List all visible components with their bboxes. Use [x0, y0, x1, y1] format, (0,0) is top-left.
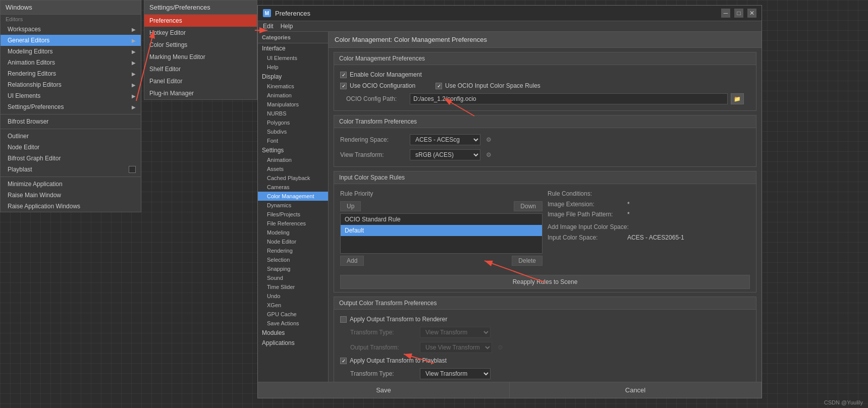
cat-assets[interactable]: Assets — [258, 164, 328, 173]
cat-selection[interactable]: Selection — [258, 255, 328, 264]
menu-item-ui-elements[interactable]: UI Elements ▶ — [1, 90, 141, 101]
save-button[interactable]: Save — [258, 382, 510, 398]
cat-node-editor[interactable]: Node Editor — [258, 237, 328, 246]
rule-priority-section: Rule Priority Up Down OCIO Standard Rule… — [334, 184, 756, 272]
title-left: M Preferences — [263, 9, 310, 17]
input-color-space-row: Input Color Space: ACES - ACES2065-1 — [548, 232, 750, 243]
cat-animation-s[interactable]: Animation — [258, 155, 328, 164]
ocio-path-row: OCIO Config Path: 📁 — [340, 91, 750, 106]
transform-type-select[interactable]: View Transform — [420, 327, 491, 338]
maximize-button[interactable]: □ — [734, 9, 743, 18]
apply-output-playblast-checkbox[interactable] — [340, 358, 347, 364]
cat-undo[interactable]: Undo — [258, 292, 328, 301]
cat-kinematics[interactable]: Kinematics — [258, 82, 328, 91]
cat-time-slider[interactable]: Time Slider — [258, 282, 328, 292]
delete-rule-button[interactable]: Delete — [512, 256, 542, 266]
settings-item-plugin-manager[interactable]: Plug-in Manager — [144, 87, 257, 99]
cat-dynamics[interactable]: Dynamics — [258, 201, 328, 210]
settings-panel: Settings/Preferences Preferences Hotkey … — [144, 0, 257, 100]
color-mgmt-section: Color Management Preferences Enable Colo… — [334, 52, 756, 111]
cat-modeling[interactable]: Modeling — [258, 228, 328, 237]
menu-item-animation-editors[interactable]: Animation Editors ▶ — [1, 57, 141, 68]
cat-gpu-cache[interactable]: GPU Cache — [258, 310, 328, 319]
cat-nurbs[interactable]: NURBS — [258, 109, 328, 118]
menu-item-general-editors[interactable]: General Editors ▶ — [1, 35, 141, 46]
rule-list-item-default[interactable]: Default — [341, 225, 542, 236]
cat-help[interactable]: Help — [258, 63, 328, 72]
menu-item-settings-preferences[interactable]: Settings/Preferences ▶ — [1, 101, 141, 112]
transform-type2-select[interactable]: View Transform — [420, 368, 491, 379]
settings-item-hotkey-editor[interactable]: Hotkey Editor — [144, 27, 257, 39]
menu-item-playblast[interactable]: Playblast — [1, 164, 141, 175]
cat-cameras[interactable]: Cameras — [258, 183, 328, 192]
cat-sound[interactable]: Sound — [258, 273, 328, 282]
input-color-space-section: Input Color Space Rules Rule Priority Up… — [334, 171, 756, 293]
view-transform-select[interactable]: sRGB (ACES) — [410, 149, 480, 160]
menu-item-bifrost-browser[interactable]: Bifrost Browser — [1, 116, 141, 127]
folder-browse-button[interactable]: 📁 — [731, 93, 744, 104]
settings-item-panel-editor[interactable]: Panel Editor — [144, 75, 257, 87]
use-ocio-checkbox[interactable] — [340, 83, 347, 89]
output-transform-label: Output Transform: — [350, 344, 416, 351]
add-rule-button[interactable]: Add — [340, 256, 364, 266]
rule-priority-col: Rule Priority Up Down OCIO Standard Rule… — [340, 188, 542, 268]
settings-item-preferences[interactable]: Preferences — [144, 15, 257, 27]
cat-modules[interactable]: Modules — [258, 328, 328, 338]
cat-file-references[interactable]: File References — [258, 219, 328, 228]
menu-item-raise-app[interactable]: Raise Application Windows — [1, 201, 141, 212]
menu-item-rendering-editors[interactable]: Rendering Editors ▶ — [1, 68, 141, 79]
cat-color-management[interactable]: Color Management — [258, 192, 328, 201]
rule-list: OCIO Standard Rule Default — [340, 213, 542, 254]
cat-applications[interactable]: Applications — [258, 338, 328, 348]
menu-item-workspaces[interactable]: Workspaces ▶ — [1, 24, 141, 35]
cat-snapping[interactable]: Snapping — [258, 264, 328, 273]
cancel-button[interactable]: Cancel — [510, 382, 762, 398]
settings-item-color-settings[interactable]: Color Settings — [144, 39, 257, 51]
up-button[interactable]: Up — [340, 201, 361, 211]
cat-display[interactable]: Display — [258, 72, 328, 82]
cat-animation[interactable]: Animation — [258, 91, 328, 100]
menu-item-modeling-editors[interactable]: Modeling Editors ▶ — [1, 46, 141, 57]
input-color-space-value: ACES - ACES2065-1 — [627, 234, 684, 241]
cat-settings[interactable]: Settings — [258, 145, 328, 155]
menu-edit[interactable]: Edit — [263, 23, 274, 30]
enable-color-mgmt-checkbox[interactable] — [340, 72, 347, 78]
settings-item-marking-menu-editor[interactable]: Marking Menu Editor — [144, 51, 257, 63]
menu-item-raise-main[interactable]: Raise Main Window — [1, 190, 141, 201]
cat-polygons[interactable]: Polygons — [258, 118, 328, 127]
use-ocio-input-checkbox[interactable] — [436, 83, 442, 89]
down-button[interactable]: Down — [514, 201, 542, 211]
cat-xgen[interactable]: XGen — [258, 301, 328, 310]
menu-item-node-editor[interactable]: Node Editor — [1, 142, 141, 153]
cat-rendering[interactable]: Rendering — [258, 246, 328, 255]
menu-item-relationship-editors[interactable]: Relationship Editors ▶ — [1, 79, 141, 90]
menu-item-bifrost-graph-editor[interactable]: Bifrost Graph Editor — [1, 153, 141, 164]
cat-save-actions[interactable]: Save Actions — [258, 319, 328, 328]
cat-subdivs[interactable]: Subdivs — [258, 127, 328, 136]
cat-ui-elements[interactable]: UI Elements — [258, 53, 328, 63]
rendering-space-gear-icon[interactable]: ⚙ — [484, 136, 493, 144]
apply-output-renderer-checkbox[interactable] — [340, 316, 347, 323]
menu-help[interactable]: Help — [281, 23, 293, 30]
arrow-icon: ▶ — [132, 82, 136, 88]
output-transform-select[interactable]: Use View Transform — [420, 342, 492, 353]
menu-item-minimize[interactable]: Minimize Application — [1, 179, 141, 190]
playblast-checkbox[interactable] — [129, 166, 136, 173]
cat-cached-playback[interactable]: Cached Playback — [258, 173, 328, 183]
cat-interface[interactable]: Interface — [258, 43, 328, 53]
view-transform-gear-icon[interactable]: ⚙ — [484, 151, 493, 159]
image-path-value: * — [627, 211, 630, 218]
menu-item-outliner[interactable]: Outliner — [1, 131, 141, 142]
section4-title: Output Color Transform Preferences — [334, 297, 756, 310]
rule-list-item-ocio[interactable]: OCIO Standard Rule — [341, 214, 542, 225]
cat-font[interactable]: Font — [258, 136, 328, 145]
reapply-button[interactable]: Reapply Rules to Scene — [340, 275, 750, 289]
arrow-icon: ▶ — [132, 71, 136, 77]
ocio-path-input[interactable] — [410, 93, 728, 104]
rendering-space-select[interactable]: ACES - ACEScg — [410, 134, 480, 145]
close-button[interactable]: ✕ — [747, 9, 756, 18]
cat-files-projects[interactable]: Files/Projects — [258, 210, 328, 219]
cat-manipulators[interactable]: Manipulators — [258, 100, 328, 109]
settings-item-shelf-editor[interactable]: Shelf Editor — [144, 63, 257, 75]
minimize-button[interactable]: ─ — [721, 9, 730, 18]
